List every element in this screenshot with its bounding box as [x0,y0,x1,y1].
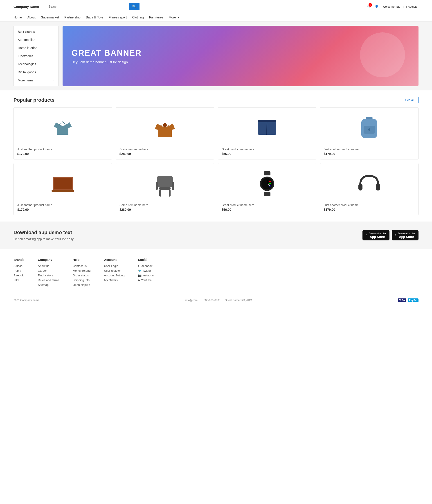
app-subtitle: Get an amazing app to make Your life eas… [13,237,74,241]
footer-account-title: Account [104,258,124,261]
app-download-section: Download app demo text Get an amazing ap… [0,222,432,249]
sidebar-item-automobiles[interactable]: Automobiles [14,36,58,44]
footer-brand-link[interactable]: Reebok [13,274,24,277]
footer-account-link[interactable]: Account Setting [104,274,124,277]
footer-help-link[interactable]: Open dispute [73,283,91,287]
product-card[interactable]: Some item name here $280.00 [116,107,214,160]
sidebar-item-label: Automobiles [18,38,35,42]
sidebar-item-label: Home interior [18,46,37,50]
app-title: Download app demo text [13,230,74,235]
sidebar-item-technologies[interactable]: Technologies [14,60,58,68]
banner-text: GREAT BANNER Hey I am demo banner just f… [72,48,141,64]
cart-icon[interactable]: 🛒 0 [367,5,371,8]
paypal-icon: PayPal [408,298,419,302]
footer-social-facebook-link[interactable]: f Facebook [138,264,155,268]
product-card[interactable]: Just another product name $179.00 [13,107,112,160]
svg-rect-7 [366,117,373,119]
product-price: $280.00 [119,208,210,211]
footer-company-link[interactable]: Career [38,269,59,272]
footer-help-link[interactable]: Money refund [73,269,91,272]
footer-account-link[interactable]: User Login [104,264,124,268]
svg-rect-11 [159,187,171,190]
sidebar-item-best-clothes[interactable]: Best clothes [14,28,58,36]
product-card[interactable]: Some item name here $280.00 [116,163,214,215]
see-all-button[interactable]: See all [401,97,419,103]
search-input[interactable] [45,3,129,10]
app-store-label-main-2: App Store [398,235,415,239]
chevron-down-icon: ▼ [177,16,180,19]
footer-address: Street name 123, ABC [225,299,252,302]
footer-brand-link[interactable]: Nike [13,279,24,282]
footer-company-link[interactable]: About us [38,264,59,268]
product-card[interactable]: Great product name here $56.00 [218,107,316,160]
footer-social-title: Social [138,258,155,261]
footer-help: HelpContact usMoney refundOrder statusSh… [73,258,91,288]
footer-help-link[interactable]: Contact us [73,264,91,268]
sidebar-item-label: Digital goods [18,70,36,74]
payment-icons: VISA PayPal [398,298,419,302]
sidebar-item-electronics[interactable]: Electronics [14,52,58,60]
product-price: $179.00 [17,208,108,211]
app-store-button-2[interactable]:  Download on the App Store [392,230,419,240]
footer-help-link[interactable]: Shipping info [73,279,91,282]
nav-item-fitness[interactable]: Fitness sport [109,16,127,19]
welcome-label: Welcome! [383,5,395,8]
sign-in-link[interactable]: Sign in | Register [396,5,419,8]
product-image [222,167,313,201]
banner: GREAT BANNER Hey I am demo banner just f… [63,26,419,86]
app-text: Download app demo text Get an amazing ap… [13,230,74,241]
footer-company-link[interactable]: Sitemap [38,283,59,287]
sidebar-item-digital-goods[interactable]: Digital goods [14,68,58,76]
product-image [324,111,415,145]
sidebar-item-home-interior[interactable]: Home interior [14,44,58,52]
product-price: $179.00 [17,152,108,156]
footer-company-link[interactable]: Find a store [38,274,59,277]
footer-account-link[interactable]: My Orders [104,279,124,282]
instagram-icon: 📷 [138,274,141,277]
footer-account-link[interactable]: User register [104,269,124,272]
footer-phone: +000-000-0000 [202,299,221,302]
footer-social-twitter-link[interactable]: 🐦 Twitter [138,269,155,272]
svg-rect-15 [172,182,174,190]
footer-bottom-center: info@com +000-000-0000 Street name 123, … [185,299,252,302]
main-section: Best clothesAutomobilesHome interiorElec… [0,22,432,90]
footer-company-link[interactable]: Rules and terms [38,279,59,282]
nav-item-supermarket[interactable]: Supermarket [41,16,59,19]
product-card[interactable]: Just another product name $179.00 [320,163,419,215]
sidebar-item-more-items[interactable]: More items› [14,76,58,84]
product-card[interactable]: Just another product name $179.00 [320,107,419,160]
footer-social-instagram-link[interactable]: 📷 Instagram [138,274,155,277]
nav-item-home[interactable]: Home [13,16,22,19]
app-store-label-small-2: Download on the [398,232,415,235]
nav-item-about[interactable]: About [27,16,36,19]
footer-brand-link[interactable]: Adidas [13,264,24,268]
footer-help-link[interactable]: Order status [73,274,91,277]
product-image [119,167,210,201]
more-nav-button[interactable]: More ▼ [169,16,180,19]
product-price: $179.00 [324,208,415,211]
nav-item-furnitures[interactable]: Furnitures [149,16,163,19]
search-button[interactable]: 🔍 [129,3,139,10]
footer-help-title: Help [73,258,91,261]
nav-item-baby-toys[interactable]: Baby & Toys [86,16,103,19]
product-card[interactable]: Great product name here $56.00 [218,163,316,215]
banner-decoration [360,32,405,77]
welcome-area: Welcome! Sign in | Register [383,5,419,8]
sidebar-item-label: Best clothes [18,30,35,34]
nav-item-partnership[interactable]: Partnership [64,16,81,19]
footer-account: AccountUser LoginUser registerAccount Se… [104,258,124,288]
product-name: Just another product name [17,148,108,151]
svg-rect-10 [52,190,74,192]
product-card[interactable]: Just another product name $179.00 [13,163,112,215]
app-store-button-1[interactable]:  Download on the App Store [362,230,389,240]
product-name: Great product name here [222,148,313,151]
logo: Company Name [13,5,40,9]
footer-social-youtube-link[interactable]: ▶ Youtube [138,279,155,282]
apple-icon-2:  [395,234,396,237]
footer-columns: BrandsAdidasPumaReebokNikeCompanyAbout u… [0,249,432,295]
nav-item-clothing[interactable]: Clothing [132,16,144,19]
header: Company Name 🔍 🛒 0 👤 Welcome! Sign in | … [0,0,432,13]
banner-title: GREAT BANNER [72,48,141,58]
svg-point-21 [269,181,271,182]
footer-brand-link[interactable]: Puma [13,269,24,272]
